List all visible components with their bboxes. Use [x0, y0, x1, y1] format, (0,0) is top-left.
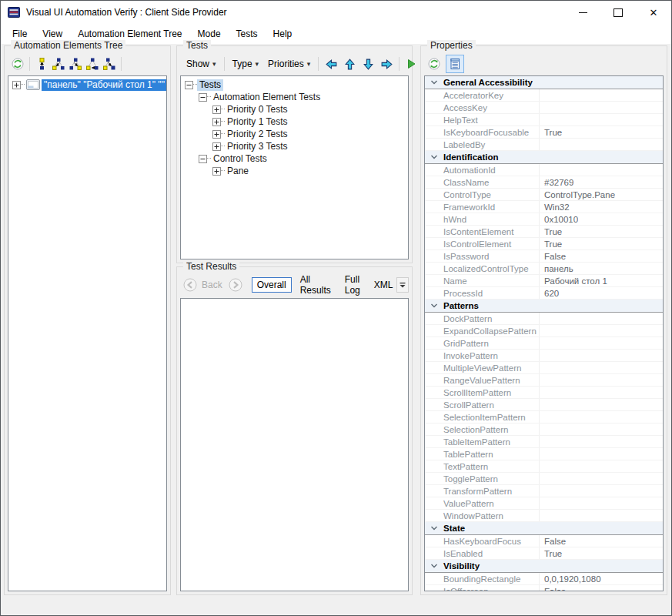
menu-item-help[interactable]: Help	[266, 24, 300, 44]
expander-plus-icon[interactable]	[212, 142, 221, 151]
test-results-view[interactable]	[180, 298, 409, 591]
tree-item-label[interactable]: Control Tests	[211, 153, 269, 165]
category-row-identification[interactable]: Identification	[425, 151, 663, 164]
tree-row[interactable]: Pane	[183, 165, 408, 177]
property-row[interactable]: ScrollPattern	[425, 399, 663, 411]
tab-full-log[interactable]: Full Log	[339, 272, 366, 298]
property-row[interactable]: IsContentElementTrue	[425, 226, 663, 238]
tab-overflow-button[interactable]	[396, 277, 409, 293]
tab-overall[interactable]: Overall	[252, 277, 292, 293]
property-row[interactable]: HelpText	[425, 114, 663, 126]
property-row[interactable]: MultipleViewPattern	[425, 362, 663, 374]
expander-plus-icon[interactable]	[212, 167, 221, 176]
category-row-general-accessibility[interactable]: General Accessibility	[425, 76, 663, 89]
close-button[interactable]: ✕	[636, 1, 671, 24]
tree-item-label[interactable]: Tests	[197, 79, 223, 91]
maximize-button[interactable]	[600, 1, 636, 24]
property-value[interactable]: ControlType.Pane	[540, 190, 615, 199]
tree-row[interactable]: Priority 0 Tests	[183, 103, 408, 116]
property-row[interactable]: GridPattern	[425, 337, 663, 350]
tree-item-label[interactable]: Priority 3 Tests	[225, 141, 289, 152]
property-value[interactable]: True	[540, 549, 562, 558]
type-filter-button[interactable]: Type▾	[228, 55, 264, 72]
tab-xml[interactable]: XML	[369, 277, 399, 293]
tree-item-label[interactable]: Priority 0 Tests	[225, 104, 289, 116]
category-row-state[interactable]: State	[425, 522, 663, 535]
property-value[interactable]: False	[540, 587, 566, 592]
property-row[interactable]: LocalizedControlTypeпанель	[425, 263, 663, 275]
property-row[interactable]: IsEnabledTrue	[425, 547, 663, 560]
minimize-button[interactable]	[565, 1, 600, 24]
property-value[interactable]: True	[540, 239, 562, 249]
property-row[interactable]: NameРабочий стол 1	[425, 275, 663, 287]
refresh-button[interactable]	[426, 55, 443, 72]
property-row[interactable]: InvokePattern	[425, 350, 663, 362]
expander-minus-icon[interactable]	[199, 93, 207, 102]
elements-tree[interactable]: "панель" "Рабочий стол 1" ""	[8, 75, 167, 591]
property-value[interactable]: True	[540, 128, 562, 137]
property-row[interactable]: ExpandCollapsePattern	[425, 325, 663, 337]
property-row[interactable]: LabeledBy	[425, 139, 663, 151]
property-row[interactable]: AcceleratorKey	[425, 89, 663, 102]
tree-row[interactable]: Control Tests	[183, 152, 408, 165]
navigate-next-sibling-button[interactable]	[67, 55, 84, 72]
property-value[interactable]: Рабочий стол 1	[540, 276, 607, 286]
tree-item-label[interactable]: Priority 1 Tests	[225, 116, 289, 128]
navigate-first-child-button[interactable]	[84, 55, 101, 72]
property-value[interactable]: False	[540, 537, 566, 546]
property-row[interactable]: SelectionItemPattern	[425, 411, 663, 424]
category-row-patterns[interactable]: Patterns	[425, 300, 663, 313]
chevron-down-icon[interactable]	[425, 524, 443, 533]
navigate-up-button[interactable]	[340, 55, 359, 72]
property-value[interactable]: Win32	[540, 203, 570, 212]
property-row[interactable]: RangeValuePattern	[425, 374, 663, 387]
category-row-visibility[interactable]: Visibility	[425, 560, 663, 573]
property-row[interactable]: TogglePattern	[425, 473, 663, 485]
run-tests-button[interactable]	[403, 55, 420, 72]
menu-item-tests[interactable]: Tests	[229, 24, 266, 44]
property-row[interactable]: ValuePattern	[425, 497, 663, 510]
tests-tree[interactable]: Tests Automation Element Tests Priority …	[180, 75, 409, 259]
show-filter-button[interactable]: Show▾	[182, 55, 221, 72]
property-row[interactable]: hWnd0x10010	[425, 213, 663, 226]
property-row[interactable]: BoundingRectangle0,0,1920,1080	[425, 573, 663, 585]
chevron-down-icon[interactable]	[425, 78, 443, 87]
chevron-down-icon[interactable]	[425, 561, 443, 571]
expander-plus-icon[interactable]	[212, 130, 221, 139]
tree-row[interactable]: Priority 2 Tests	[183, 128, 408, 140]
expander-minus-icon[interactable]	[185, 81, 193, 89]
property-row[interactable]: TransformPattern	[425, 485, 663, 497]
navigate-last-child-button[interactable]	[101, 55, 118, 72]
priorities-filter-button[interactable]: Priorities▾	[263, 55, 315, 72]
back-button[interactable]	[182, 276, 199, 293]
property-row[interactable]: IsKeyboardFocusableTrue	[425, 126, 663, 139]
property-value[interactable]: 620	[540, 289, 559, 298]
chevron-down-icon[interactable]	[425, 301, 443, 310]
tree-item-label[interactable]: Priority 2 Tests	[225, 129, 289, 140]
property-row[interactable]: ClassName#32769	[425, 176, 663, 189]
tree-row[interactable]: Automation Element Tests	[183, 91, 408, 103]
property-value[interactable]: False	[540, 252, 566, 261]
property-list-button[interactable]	[446, 55, 464, 73]
property-value[interactable]: True	[540, 227, 562, 236]
tree-row[interactable]: Priority 1 Tests	[183, 116, 408, 128]
tree-item-label[interactable]: "панель" "Рабочий стол 1" ""	[42, 79, 167, 91]
forward-button[interactable]	[227, 276, 244, 293]
property-row[interactable]: IsControlElementTrue	[425, 238, 663, 250]
navigate-right-button[interactable]	[377, 55, 396, 72]
property-row[interactable]: ScrollItemPattern	[425, 387, 663, 399]
property-row[interactable]: ControlTypeControlType.Pane	[425, 189, 663, 201]
property-value[interactable]: 0x10010	[540, 215, 578, 224]
property-row[interactable]: AccessKey	[425, 102, 663, 114]
tree-row[interactable]: Tests	[183, 79, 408, 91]
chevron-down-icon[interactable]	[425, 152, 443, 162]
property-row[interactable]: IsOffscreenFalse	[425, 585, 663, 591]
tree-item-label[interactable]: Pane	[225, 166, 251, 177]
property-row[interactable]: HasKeyboardFocusFalse	[425, 535, 663, 547]
property-value[interactable]: 0,0,1920,1080	[540, 574, 601, 584]
tree-item-label[interactable]: Automation Element Tests	[211, 92, 323, 103]
property-row[interactable]: ProcessId620	[425, 287, 663, 300]
navigate-left-button[interactable]	[322, 55, 340, 72]
refresh-button[interactable]	[9, 55, 26, 72]
property-row[interactable]: TextPattern	[425, 460, 663, 473]
